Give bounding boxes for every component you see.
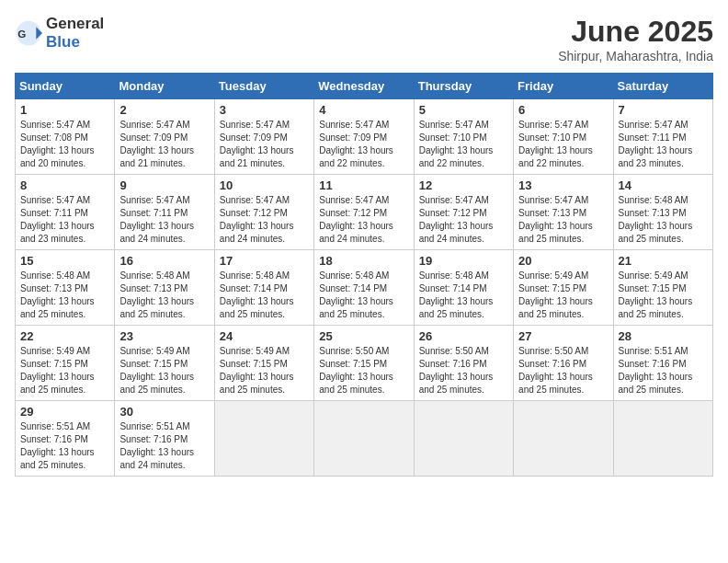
day-detail: Sunrise: 5:48 AM Sunset: 7:13 PM Dayligh… <box>119 270 209 321</box>
day-detail: Sunrise: 5:49 AM Sunset: 7:15 PM Dayligh… <box>20 345 109 396</box>
calendar-cell: 1Sunrise: 5:47 AM Sunset: 7:08 PM Daylig… <box>16 99 115 175</box>
day-number: 2 <box>119 103 209 117</box>
calendar-cell: 24Sunrise: 5:49 AM Sunset: 7:15 PM Dayli… <box>214 326 313 401</box>
day-number: 14 <box>619 178 708 192</box>
calendar-cell: 4Sunrise: 5:47 AM Sunset: 7:09 PM Daylig… <box>314 99 414 175</box>
calendar-cell: 15Sunrise: 5:48 AM Sunset: 7:13 PM Dayli… <box>16 250 115 326</box>
day-number: 9 <box>119 178 209 192</box>
logo: G General Blue <box>15 15 104 52</box>
day-detail: Sunrise: 5:48 AM Sunset: 7:13 PM Dayligh… <box>619 194 708 246</box>
day-number: 25 <box>319 329 408 343</box>
logo-blue: Blue <box>46 33 80 51</box>
calendar-cell: 27Sunrise: 5:50 AM Sunset: 7:16 PM Dayli… <box>514 326 613 401</box>
calendar-cell: 11Sunrise: 5:47 AM Sunset: 7:12 PM Dayli… <box>314 175 414 250</box>
calendar-body: 1Sunrise: 5:47 AM Sunset: 7:08 PM Daylig… <box>16 99 713 477</box>
day-detail: Sunrise: 5:47 AM Sunset: 7:13 PM Dayligh… <box>518 194 608 246</box>
calendar-week-4: 22Sunrise: 5:49 AM Sunset: 7:15 PM Dayli… <box>16 326 713 401</box>
day-number: 24 <box>220 329 309 343</box>
day-detail: Sunrise: 5:47 AM Sunset: 7:10 PM Dayligh… <box>419 119 508 170</box>
calendar-cell <box>214 401 313 477</box>
day-detail: Sunrise: 5:47 AM Sunset: 7:11 PM Dayligh… <box>20 194 109 246</box>
day-detail: Sunrise: 5:49 AM Sunset: 7:15 PM Dayligh… <box>220 345 309 396</box>
calendar-cell: 14Sunrise: 5:48 AM Sunset: 7:13 PM Dayli… <box>613 175 712 250</box>
day-number: 20 <box>518 254 608 268</box>
calendar-cell: 7Sunrise: 5:47 AM Sunset: 7:11 PM Daylig… <box>613 99 712 175</box>
calendar-cell: 10Sunrise: 5:47 AM Sunset: 7:12 PM Dayli… <box>214 175 313 250</box>
day-number: 3 <box>220 103 309 117</box>
day-number: 11 <box>319 178 408 192</box>
day-number: 22 <box>20 329 109 343</box>
weekday-header-tuesday: Tuesday <box>214 74 313 99</box>
day-number: 26 <box>419 329 508 343</box>
day-number: 19 <box>419 254 508 268</box>
calendar-cell: 18Sunrise: 5:48 AM Sunset: 7:14 PM Dayli… <box>314 250 414 326</box>
calendar-cell: 6Sunrise: 5:47 AM Sunset: 7:10 PM Daylig… <box>514 99 613 175</box>
calendar-cell: 22Sunrise: 5:49 AM Sunset: 7:15 PM Dayli… <box>16 326 115 401</box>
weekday-header-wednesday: Wednesday <box>314 74 414 99</box>
calendar-table: SundayMondayTuesdayWednesdayThursdayFrid… <box>15 73 713 477</box>
calendar-week-2: 8Sunrise: 5:47 AM Sunset: 7:11 PM Daylig… <box>16 175 713 250</box>
day-number: 18 <box>319 254 408 268</box>
weekday-header-row: SundayMondayTuesdayWednesdayThursdayFrid… <box>16 74 713 99</box>
day-detail: Sunrise: 5:49 AM Sunset: 7:15 PM Dayligh… <box>119 345 209 396</box>
day-detail: Sunrise: 5:47 AM Sunset: 7:09 PM Dayligh… <box>119 119 209 170</box>
day-number: 5 <box>419 103 508 117</box>
weekday-header-monday: Monday <box>115 74 214 99</box>
logo-icon: G <box>15 19 42 47</box>
day-detail: Sunrise: 5:50 AM Sunset: 7:15 PM Dayligh… <box>319 345 408 396</box>
weekday-header-sunday: Sunday <box>16 74 115 99</box>
calendar-week-5: 29Sunrise: 5:51 AM Sunset: 7:16 PM Dayli… <box>16 401 713 477</box>
calendar-cell: 26Sunrise: 5:50 AM Sunset: 7:16 PM Dayli… <box>414 326 513 401</box>
calendar-cell <box>613 401 712 477</box>
day-number: 1 <box>20 103 109 117</box>
day-detail: Sunrise: 5:47 AM Sunset: 7:09 PM Dayligh… <box>220 119 309 170</box>
day-number: 15 <box>20 254 109 268</box>
day-number: 12 <box>419 178 508 192</box>
weekday-header-saturday: Saturday <box>613 74 712 99</box>
day-detail: Sunrise: 5:47 AM Sunset: 7:12 PM Dayligh… <box>319 194 408 246</box>
calendar-cell: 21Sunrise: 5:49 AM Sunset: 7:15 PM Dayli… <box>613 250 712 326</box>
calendar-cell <box>314 401 414 477</box>
day-number: 23 <box>119 329 209 343</box>
calendar-cell <box>514 401 613 477</box>
day-number: 13 <box>518 178 608 192</box>
day-number: 4 <box>319 103 408 117</box>
day-detail: Sunrise: 5:47 AM Sunset: 7:09 PM Dayligh… <box>319 119 408 170</box>
day-detail: Sunrise: 5:47 AM Sunset: 7:12 PM Dayligh… <box>419 194 508 246</box>
calendar-cell: 8Sunrise: 5:47 AM Sunset: 7:11 PM Daylig… <box>16 175 115 250</box>
calendar-cell: 12Sunrise: 5:47 AM Sunset: 7:12 PM Dayli… <box>414 175 513 250</box>
day-number: 21 <box>619 254 708 268</box>
day-number: 6 <box>518 103 608 117</box>
day-detail: Sunrise: 5:47 AM Sunset: 7:11 PM Dayligh… <box>119 194 209 246</box>
calendar-cell <box>414 401 513 477</box>
day-detail: Sunrise: 5:49 AM Sunset: 7:15 PM Dayligh… <box>619 270 708 321</box>
calendar-week-3: 15Sunrise: 5:48 AM Sunset: 7:13 PM Dayli… <box>16 250 713 326</box>
day-detail: Sunrise: 5:51 AM Sunset: 7:16 PM Dayligh… <box>619 345 708 396</box>
day-detail: Sunrise: 5:49 AM Sunset: 7:15 PM Dayligh… <box>518 270 608 321</box>
month-year: June 2025 <box>558 15 713 49</box>
calendar-cell: 29Sunrise: 5:51 AM Sunset: 7:16 PM Dayli… <box>16 401 115 477</box>
weekday-header-thursday: Thursday <box>414 74 513 99</box>
day-number: 16 <box>119 254 209 268</box>
calendar-cell: 5Sunrise: 5:47 AM Sunset: 7:10 PM Daylig… <box>414 99 513 175</box>
svg-text:G: G <box>17 28 26 40</box>
day-detail: Sunrise: 5:47 AM Sunset: 7:08 PM Dayligh… <box>20 119 109 170</box>
calendar-cell: 16Sunrise: 5:48 AM Sunset: 7:13 PM Dayli… <box>115 250 214 326</box>
day-detail: Sunrise: 5:51 AM Sunset: 7:16 PM Dayligh… <box>119 420 209 472</box>
day-detail: Sunrise: 5:48 AM Sunset: 7:13 PM Dayligh… <box>20 270 109 321</box>
day-detail: Sunrise: 5:47 AM Sunset: 7:11 PM Dayligh… <box>619 119 708 170</box>
day-number: 7 <box>619 103 708 117</box>
calendar-cell: 19Sunrise: 5:48 AM Sunset: 7:14 PM Dayli… <box>414 250 513 326</box>
calendar-week-1: 1Sunrise: 5:47 AM Sunset: 7:08 PM Daylig… <box>16 99 713 175</box>
day-number: 28 <box>619 329 708 343</box>
day-detail: Sunrise: 5:51 AM Sunset: 7:16 PM Dayligh… <box>20 420 109 472</box>
day-number: 10 <box>220 178 309 192</box>
calendar-cell: 20Sunrise: 5:49 AM Sunset: 7:15 PM Dayli… <box>514 250 613 326</box>
logo-general: General <box>46 15 104 32</box>
header: G General Blue June 2025 Shirpur, Mahara… <box>15 15 713 63</box>
calendar-cell: 3Sunrise: 5:47 AM Sunset: 7:09 PM Daylig… <box>214 99 313 175</box>
location: Shirpur, Maharashtra, India <box>558 49 713 63</box>
day-detail: Sunrise: 5:48 AM Sunset: 7:14 PM Dayligh… <box>319 270 408 321</box>
day-detail: Sunrise: 5:47 AM Sunset: 7:10 PM Dayligh… <box>518 119 608 170</box>
calendar-cell: 9Sunrise: 5:47 AM Sunset: 7:11 PM Daylig… <box>115 175 214 250</box>
